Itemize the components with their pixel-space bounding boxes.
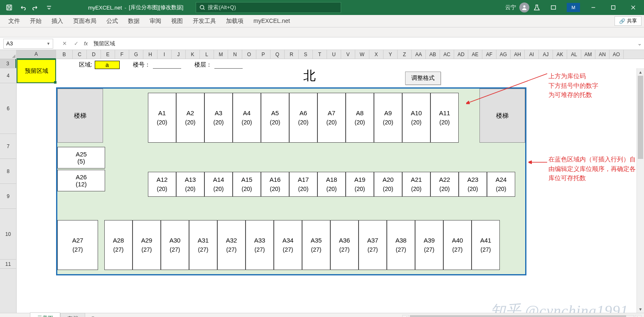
col-header[interactable]: AA: [412, 50, 426, 59]
row-header[interactable]: 6: [0, 83, 16, 134]
worksheet[interactable]: 预留区域 区域: a 楼号： 楼层： 北 调整格式 楼梯 楼梯 A1(20)A2…: [17, 59, 644, 313]
slot[interactable]: A31(27): [189, 220, 217, 270]
col-header[interactable]: AH: [511, 50, 525, 59]
expand-fx-icon[interactable]: ⌄: [635, 40, 644, 47]
slot[interactable]: A18(20): [317, 172, 346, 197]
ribbon-tab[interactable]: 审阅: [145, 16, 166, 27]
col-header[interactable]: M: [214, 50, 228, 59]
slot[interactable]: A32(27): [217, 220, 246, 270]
col-header[interactable]: B: [56, 50, 73, 59]
col-header[interactable]: P: [256, 50, 270, 59]
row-header[interactable]: 4: [0, 68, 16, 83]
ribbon-tab[interactable]: 开发工具: [188, 16, 221, 27]
select-all-corner[interactable]: [0, 50, 17, 59]
sheet-tab-active[interactable]: 示意图: [30, 312, 60, 317]
col-header[interactable]: AN: [595, 50, 610, 59]
col-header[interactable]: J: [172, 50, 186, 59]
save-icon[interactable]: [3, 2, 15, 13]
slot-a25[interactable]: A25(5): [57, 147, 105, 168]
enter-fx-icon[interactable]: ✓: [71, 39, 81, 48]
slot[interactable]: A17(20): [289, 172, 317, 197]
col-header[interactable]: AI: [525, 50, 539, 59]
slot[interactable]: A7(20): [317, 93, 346, 143]
trial-icon[interactable]: [531, 2, 543, 13]
column-headers[interactable]: ABCDEFGHIJKLMNOPQRSTUVWXYZAAABACADAEAFAG…: [17, 50, 644, 59]
slot[interactable]: A8(20): [346, 93, 374, 143]
col-header[interactable]: O: [242, 50, 256, 59]
undo-icon[interactable]: [17, 2, 28, 13]
col-header[interactable]: C: [73, 50, 87, 59]
col-header[interactable]: Q: [270, 50, 285, 59]
slot-a26[interactable]: A26(12): [57, 170, 105, 191]
slot[interactable]: A29(27): [133, 220, 161, 270]
col-header[interactable]: H: [143, 50, 157, 59]
slot[interactable]: A1(20): [148, 93, 176, 143]
redo-icon[interactable]: [30, 2, 42, 13]
row-header[interactable]: 11: [0, 260, 16, 269]
fx-icon[interactable]: fx: [82, 41, 89, 47]
slot[interactable]: A15(20): [233, 172, 261, 197]
minimize-icon[interactable]: [584, 0, 602, 15]
horizontal-scrollbar[interactable]: ◀▶: [402, 315, 642, 317]
row-header[interactable]: 10: [0, 209, 16, 260]
ribbon-tab[interactable]: 公式: [101, 16, 123, 27]
col-header[interactable]: X: [369, 50, 383, 59]
col-header[interactable]: AB: [426, 50, 440, 59]
col-header[interactable]: AD: [454, 50, 468, 59]
sheet-tab-archive[interactable]: 存档: [60, 313, 85, 317]
slot[interactable]: A37(27): [359, 220, 387, 270]
ribbon-tab[interactable]: myEXCEL.net: [248, 16, 295, 27]
col-header[interactable]: I: [157, 50, 172, 59]
vertical-scrollbar[interactable]: ▲ ▼: [637, 68, 644, 313]
ribbon-tab[interactable]: 加载项: [221, 16, 248, 27]
col-header[interactable]: Y: [383, 50, 398, 59]
new-sheet-button[interactable]: ⊕: [88, 314, 98, 317]
row-header[interactable]: 9: [0, 184, 16, 209]
slot[interactable]: A10(20): [402, 93, 430, 143]
tab-nav[interactable]: ◀▶: [12, 316, 25, 317]
slot[interactable]: A4(20): [233, 93, 261, 143]
col-header[interactable]: AK: [553, 50, 567, 59]
col-header[interactable]: AC: [440, 50, 454, 59]
slot[interactable]: A5(20): [261, 93, 289, 143]
area-input[interactable]: a: [95, 61, 120, 69]
avatar[interactable]: [519, 2, 529, 12]
slot[interactable]: A11(20): [430, 93, 459, 143]
col-header[interactable]: AG: [497, 50, 511, 59]
qat-dropdown-icon[interactable]: [43, 2, 55, 13]
col-header[interactable]: D: [87, 50, 101, 59]
slot[interactable]: A27(27): [57, 220, 98, 270]
slot[interactable]: A34(27): [274, 220, 302, 270]
slot[interactable]: A16(20): [261, 172, 289, 197]
slot[interactable]: A2(20): [176, 93, 204, 143]
slot[interactable]: A36(27): [330, 220, 359, 270]
ribbon-tab[interactable]: 数据: [123, 16, 145, 27]
col-header[interactable]: U: [327, 50, 341, 59]
floor-input[interactable]: [214, 61, 243, 69]
slot[interactable]: A20(20): [374, 172, 402, 197]
col-header[interactable]: E: [101, 50, 115, 59]
ribbon-tab[interactable]: 视图: [166, 16, 188, 27]
col-header[interactable]: S: [299, 50, 313, 59]
ribbon-tab[interactable]: 开始: [25, 16, 47, 27]
slot[interactable]: A9(20): [374, 93, 402, 143]
slot[interactable]: A3(20): [204, 93, 233, 143]
col-header[interactable]: AE: [468, 50, 482, 59]
cancel-fx-icon[interactable]: ✕: [59, 39, 70, 48]
ribbon-tab[interactable]: 页面布局: [68, 16, 101, 27]
col-header[interactable]: AM: [581, 50, 595, 59]
col-header[interactable]: AL: [567, 50, 581, 59]
col-header[interactable]: K: [186, 50, 200, 59]
col-header[interactable]: G: [129, 50, 143, 59]
ribbon-tab[interactable]: 插入: [47, 16, 68, 27]
ribbon-tab[interactable]: 文件: [3, 16, 25, 27]
col-header[interactable]: F: [115, 50, 129, 59]
close-icon[interactable]: [624, 0, 642, 15]
slot[interactable]: A22(20): [430, 172, 459, 197]
slot[interactable]: A35(27): [302, 220, 330, 270]
col-header[interactable]: AJ: [539, 50, 553, 59]
slot[interactable]: A21(20): [402, 172, 430, 197]
slot[interactable]: A33(27): [246, 220, 274, 270]
col-header[interactable]: N: [228, 50, 242, 59]
col-header[interactable]: A: [17, 50, 56, 59]
